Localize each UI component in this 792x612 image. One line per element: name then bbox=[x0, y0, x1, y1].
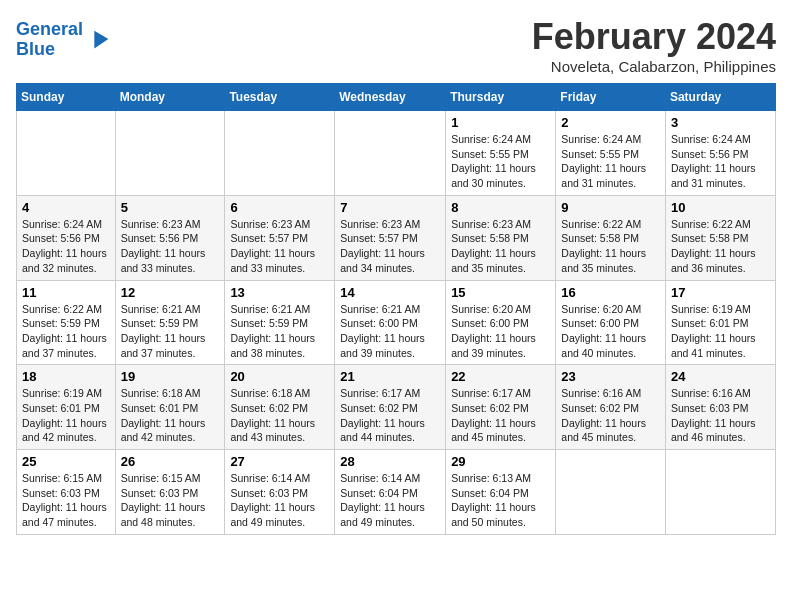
week-row-1: 1Sunrise: 6:24 AM Sunset: 5:55 PM Daylig… bbox=[17, 111, 776, 196]
day-cell: 15Sunrise: 6:20 AM Sunset: 6:00 PM Dayli… bbox=[446, 280, 556, 365]
day-info: Sunrise: 6:21 AM Sunset: 5:59 PM Dayligh… bbox=[121, 302, 220, 361]
day-cell: 19Sunrise: 6:18 AM Sunset: 6:01 PM Dayli… bbox=[115, 365, 225, 450]
day-number: 22 bbox=[451, 369, 550, 384]
day-number: 25 bbox=[22, 454, 110, 469]
day-info: Sunrise: 6:17 AM Sunset: 6:02 PM Dayligh… bbox=[340, 386, 440, 445]
svg-marker-0 bbox=[94, 30, 108, 48]
day-cell: 6Sunrise: 6:23 AM Sunset: 5:57 PM Daylig… bbox=[225, 195, 335, 280]
day-info: Sunrise: 6:23 AM Sunset: 5:57 PM Dayligh… bbox=[340, 217, 440, 276]
col-header-sunday: Sunday bbox=[17, 84, 116, 111]
day-cell: 9Sunrise: 6:22 AM Sunset: 5:58 PM Daylig… bbox=[556, 195, 666, 280]
day-info: Sunrise: 6:24 AM Sunset: 5:56 PM Dayligh… bbox=[22, 217, 110, 276]
day-number: 7 bbox=[340, 200, 440, 215]
day-cell bbox=[665, 450, 775, 535]
day-cell: 8Sunrise: 6:23 AM Sunset: 5:58 PM Daylig… bbox=[446, 195, 556, 280]
day-info: Sunrise: 6:18 AM Sunset: 6:02 PM Dayligh… bbox=[230, 386, 329, 445]
day-cell: 7Sunrise: 6:23 AM Sunset: 5:57 PM Daylig… bbox=[335, 195, 446, 280]
day-cell: 4Sunrise: 6:24 AM Sunset: 5:56 PM Daylig… bbox=[17, 195, 116, 280]
week-row-5: 25Sunrise: 6:15 AM Sunset: 6:03 PM Dayli… bbox=[17, 450, 776, 535]
day-number: 17 bbox=[671, 285, 770, 300]
day-cell: 28Sunrise: 6:14 AM Sunset: 6:04 PM Dayli… bbox=[335, 450, 446, 535]
day-cell bbox=[115, 111, 225, 196]
calendar-table: SundayMondayTuesdayWednesdayThursdayFrid… bbox=[16, 83, 776, 535]
day-cell bbox=[556, 450, 666, 535]
col-header-monday: Monday bbox=[115, 84, 225, 111]
day-number: 8 bbox=[451, 200, 550, 215]
day-number: 14 bbox=[340, 285, 440, 300]
day-info: Sunrise: 6:20 AM Sunset: 6:00 PM Dayligh… bbox=[561, 302, 660, 361]
day-cell: 20Sunrise: 6:18 AM Sunset: 6:02 PM Dayli… bbox=[225, 365, 335, 450]
day-number: 16 bbox=[561, 285, 660, 300]
day-info: Sunrise: 6:18 AM Sunset: 6:01 PM Dayligh… bbox=[121, 386, 220, 445]
day-cell: 11Sunrise: 6:22 AM Sunset: 5:59 PM Dayli… bbox=[17, 280, 116, 365]
day-number: 13 bbox=[230, 285, 329, 300]
day-number: 27 bbox=[230, 454, 329, 469]
day-cell: 17Sunrise: 6:19 AM Sunset: 6:01 PM Dayli… bbox=[665, 280, 775, 365]
day-cell: 2Sunrise: 6:24 AM Sunset: 5:55 PM Daylig… bbox=[556, 111, 666, 196]
month-title: February 2024 bbox=[532, 16, 776, 58]
day-info: Sunrise: 6:13 AM Sunset: 6:04 PM Dayligh… bbox=[451, 471, 550, 530]
day-cell bbox=[17, 111, 116, 196]
day-info: Sunrise: 6:15 AM Sunset: 6:03 PM Dayligh… bbox=[22, 471, 110, 530]
day-info: Sunrise: 6:21 AM Sunset: 6:00 PM Dayligh… bbox=[340, 302, 440, 361]
week-row-2: 4Sunrise: 6:24 AM Sunset: 5:56 PM Daylig… bbox=[17, 195, 776, 280]
day-cell: 29Sunrise: 6:13 AM Sunset: 6:04 PM Dayli… bbox=[446, 450, 556, 535]
header: General Blue February 2024 Noveleta, Cal… bbox=[16, 16, 776, 75]
day-info: Sunrise: 6:19 AM Sunset: 6:01 PM Dayligh… bbox=[671, 302, 770, 361]
day-number: 23 bbox=[561, 369, 660, 384]
day-cell: 12Sunrise: 6:21 AM Sunset: 5:59 PM Dayli… bbox=[115, 280, 225, 365]
col-header-tuesday: Tuesday bbox=[225, 84, 335, 111]
day-info: Sunrise: 6:16 AM Sunset: 6:02 PM Dayligh… bbox=[561, 386, 660, 445]
day-number: 2 bbox=[561, 115, 660, 130]
day-info: Sunrise: 6:23 AM Sunset: 5:58 PM Dayligh… bbox=[451, 217, 550, 276]
day-number: 21 bbox=[340, 369, 440, 384]
day-number: 24 bbox=[671, 369, 770, 384]
col-header-wednesday: Wednesday bbox=[335, 84, 446, 111]
day-info: Sunrise: 6:14 AM Sunset: 6:03 PM Dayligh… bbox=[230, 471, 329, 530]
header-row: SundayMondayTuesdayWednesdayThursdayFrid… bbox=[17, 84, 776, 111]
day-info: Sunrise: 6:22 AM Sunset: 5:59 PM Dayligh… bbox=[22, 302, 110, 361]
day-info: Sunrise: 6:14 AM Sunset: 6:04 PM Dayligh… bbox=[340, 471, 440, 530]
day-number: 3 bbox=[671, 115, 770, 130]
day-number: 9 bbox=[561, 200, 660, 215]
day-info: Sunrise: 6:23 AM Sunset: 5:56 PM Dayligh… bbox=[121, 217, 220, 276]
day-cell bbox=[335, 111, 446, 196]
day-number: 26 bbox=[121, 454, 220, 469]
day-number: 18 bbox=[22, 369, 110, 384]
day-cell: 25Sunrise: 6:15 AM Sunset: 6:03 PM Dayli… bbox=[17, 450, 116, 535]
day-info: Sunrise: 6:20 AM Sunset: 6:00 PM Dayligh… bbox=[451, 302, 550, 361]
day-number: 4 bbox=[22, 200, 110, 215]
day-cell: 1Sunrise: 6:24 AM Sunset: 5:55 PM Daylig… bbox=[446, 111, 556, 196]
day-info: Sunrise: 6:24 AM Sunset: 5:56 PM Dayligh… bbox=[671, 132, 770, 191]
day-cell: 10Sunrise: 6:22 AM Sunset: 5:58 PM Dayli… bbox=[665, 195, 775, 280]
logo-icon bbox=[85, 26, 113, 54]
week-row-4: 18Sunrise: 6:19 AM Sunset: 6:01 PM Dayli… bbox=[17, 365, 776, 450]
col-header-friday: Friday bbox=[556, 84, 666, 111]
day-cell: 27Sunrise: 6:14 AM Sunset: 6:03 PM Dayli… bbox=[225, 450, 335, 535]
location-title: Noveleta, Calabarzon, Philippines bbox=[532, 58, 776, 75]
day-number: 6 bbox=[230, 200, 329, 215]
day-cell: 3Sunrise: 6:24 AM Sunset: 5:56 PM Daylig… bbox=[665, 111, 775, 196]
day-number: 12 bbox=[121, 285, 220, 300]
day-info: Sunrise: 6:21 AM Sunset: 5:59 PM Dayligh… bbox=[230, 302, 329, 361]
day-cell: 16Sunrise: 6:20 AM Sunset: 6:00 PM Dayli… bbox=[556, 280, 666, 365]
day-info: Sunrise: 6:22 AM Sunset: 5:58 PM Dayligh… bbox=[561, 217, 660, 276]
day-info: Sunrise: 6:24 AM Sunset: 5:55 PM Dayligh… bbox=[451, 132, 550, 191]
day-cell: 21Sunrise: 6:17 AM Sunset: 6:02 PM Dayli… bbox=[335, 365, 446, 450]
day-number: 5 bbox=[121, 200, 220, 215]
day-cell bbox=[225, 111, 335, 196]
day-info: Sunrise: 6:17 AM Sunset: 6:02 PM Dayligh… bbox=[451, 386, 550, 445]
day-number: 19 bbox=[121, 369, 220, 384]
day-number: 20 bbox=[230, 369, 329, 384]
day-cell: 22Sunrise: 6:17 AM Sunset: 6:02 PM Dayli… bbox=[446, 365, 556, 450]
day-info: Sunrise: 6:16 AM Sunset: 6:03 PM Dayligh… bbox=[671, 386, 770, 445]
day-number: 29 bbox=[451, 454, 550, 469]
col-header-thursday: Thursday bbox=[446, 84, 556, 111]
day-cell: 18Sunrise: 6:19 AM Sunset: 6:01 PM Dayli… bbox=[17, 365, 116, 450]
logo-text: General Blue bbox=[16, 20, 83, 60]
logo-line1: General bbox=[16, 19, 83, 39]
day-cell: 13Sunrise: 6:21 AM Sunset: 5:59 PM Dayli… bbox=[225, 280, 335, 365]
day-info: Sunrise: 6:19 AM Sunset: 6:01 PM Dayligh… bbox=[22, 386, 110, 445]
day-info: Sunrise: 6:22 AM Sunset: 5:58 PM Dayligh… bbox=[671, 217, 770, 276]
day-cell: 23Sunrise: 6:16 AM Sunset: 6:02 PM Dayli… bbox=[556, 365, 666, 450]
